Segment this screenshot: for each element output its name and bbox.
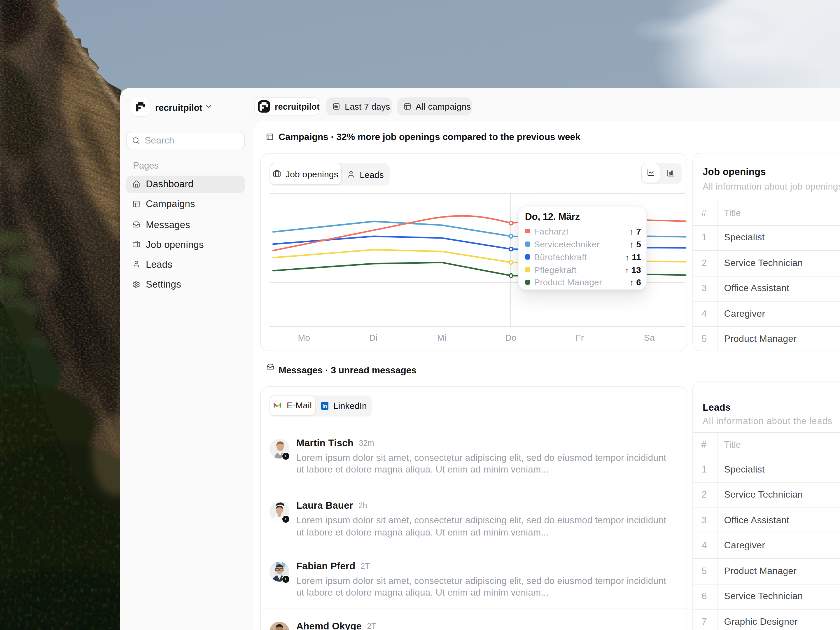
svg-text:in: in [322, 403, 327, 409]
